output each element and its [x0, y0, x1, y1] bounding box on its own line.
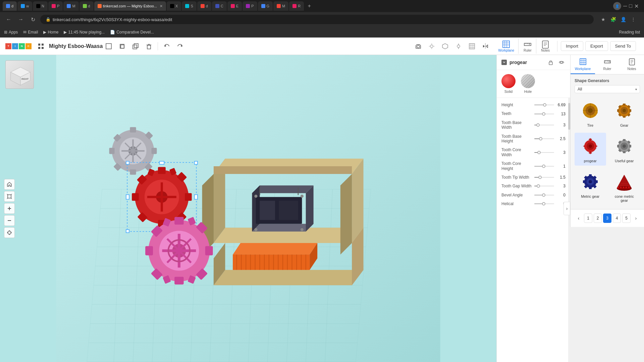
- fit-view-button[interactable]: [4, 191, 15, 202]
- bookmark-apps[interactable]: ⊞ Apps: [4, 30, 18, 35]
- next-page-button[interactable]: ›: [632, 214, 640, 223]
- teeth-slider-thumb[interactable]: [542, 112, 545, 116]
- bookmark-playing[interactable]: ▶ 11:45 Now playing...: [64, 30, 105, 35]
- align-button[interactable]: [452, 40, 465, 52]
- page-3-button[interactable]: 3: [603, 214, 611, 223]
- close-button[interactable]: ✕: [634, 3, 639, 9]
- tab-1[interactable]: d: [3, 1, 17, 11]
- helical-slider[interactable]: [534, 203, 554, 204]
- visibility-icon[interactable]: [557, 58, 566, 66]
- teeth-slider[interactable]: [534, 114, 554, 114]
- tooth-base-height-thumb[interactable]: [539, 137, 542, 140]
- bookmark-email[interactable]: ✉ Email: [23, 30, 38, 35]
- shape-item-useful-gear[interactable]: Useful gear: [609, 133, 640, 166]
- tooth-base-height-slider[interactable]: [534, 138, 554, 139]
- shape-generators-filter[interactable]: All ▾: [575, 85, 640, 93]
- height-slider-thumb[interactable]: [543, 103, 546, 107]
- shape-item-cone-metric-gear[interactable]: cone metric gear: [609, 168, 640, 205]
- shape-item-progear[interactable]: progear: [575, 133, 606, 166]
- redo-button[interactable]: [174, 40, 186, 52]
- workplane-tab[interactable]: Workplane: [571, 55, 595, 74]
- notes-tab[interactable]: Notes: [620, 55, 644, 74]
- tab-5[interactable]: M: [63, 1, 78, 11]
- navigation-cube[interactable]: RIGHT: [5, 60, 39, 94]
- delete-button[interactable]: [143, 40, 155, 52]
- bevel-angle-slider[interactable]: [534, 195, 554, 195]
- tooth-base-width-slider[interactable]: [534, 125, 554, 125]
- tab-13[interactable]: G: [258, 1, 273, 11]
- zoom-out-button[interactable]: [4, 215, 15, 226]
- profile-button[interactable]: 👤: [619, 15, 627, 23]
- mirror-button[interactable]: [479, 40, 491, 52]
- ruler-tab[interactable]: Ruler: [595, 55, 620, 74]
- duplicate-button[interactable]: [129, 40, 142, 52]
- back-button[interactable]: ←: [4, 15, 13, 24]
- new-shape-button[interactable]: [103, 40, 115, 52]
- page-1-button[interactable]: 1: [584, 214, 592, 223]
- forward-button[interactable]: →: [16, 15, 25, 24]
- tab-9[interactable]: d: [197, 1, 211, 11]
- zoom-in-button[interactable]: [4, 203, 15, 214]
- export-button[interactable]: Export: [585, 41, 608, 51]
- tooth-base-width-thumb[interactable]: [536, 123, 540, 127]
- tab-12[interactable]: P: [243, 1, 257, 11]
- maximize-button[interactable]: □: [629, 3, 632, 9]
- tab-15[interactable]: R: [289, 1, 304, 11]
- tab-4[interactable]: P: [48, 1, 63, 11]
- camera-button[interactable]: [412, 40, 424, 52]
- minimize-button[interactable]: ─: [623, 3, 627, 9]
- tinkercad-logo[interactable]: T I N C: [5, 43, 32, 49]
- helical-thumb[interactable]: [542, 202, 545, 205]
- tab-8[interactable]: S: [182, 1, 196, 11]
- tab-10[interactable]: C: [212, 1, 227, 11]
- notes-top-button[interactable]: Notes: [537, 39, 554, 54]
- undo-button[interactable]: [161, 40, 173, 52]
- workplane-top-button[interactable]: Workplane: [494, 39, 519, 54]
- solid-type-button[interactable]: Solid: [501, 74, 516, 94]
- canvas-area[interactable]: RIGHT: [0, 55, 496, 362]
- address-bar[interactable]: 🔒 tinkercad.com/things/6q2Vc50S3YX-might…: [40, 15, 594, 24]
- home-view-button[interactable]: [4, 179, 15, 190]
- settings-icon[interactable]: ⋮: [629, 15, 637, 23]
- tooth-gap-width-thumb[interactable]: [537, 184, 540, 188]
- bookmark-home[interactable]: ▶ Home: [43, 30, 58, 35]
- new-tab-button[interactable]: +: [305, 1, 314, 11]
- tooth-tip-width-thumb[interactable]: [538, 176, 542, 179]
- collapse-button[interactable]: [501, 60, 507, 65]
- tooth-core-height-slider[interactable]: [534, 166, 554, 167]
- profile-icon[interactable]: 👤: [613, 2, 621, 10]
- shape-item-tire[interactable]: Tire: [575, 97, 606, 130]
- ruler-top-button[interactable]: Ruler: [519, 39, 536, 54]
- bookmark-icon[interactable]: ★: [599, 15, 607, 23]
- light-button[interactable]: [426, 40, 438, 52]
- send-to-button[interactable]: Send To: [610, 41, 636, 51]
- collapse-right-panel-button[interactable]: ›: [564, 202, 570, 215]
- reading-list[interactable]: Reading list: [619, 30, 640, 35]
- page-5-button[interactable]: 5: [622, 214, 631, 223]
- import-button[interactable]: Import: [561, 41, 583, 51]
- tooth-core-height-thumb[interactable]: [542, 165, 545, 168]
- menu-icon[interactable]: [37, 42, 45, 50]
- transform-button[interactable]: [4, 227, 15, 238]
- lock-icon[interactable]: [547, 58, 555, 66]
- page-4-button[interactable]: 4: [613, 214, 621, 223]
- view-button[interactable]: [439, 40, 451, 52]
- hole-type-button[interactable]: Hole: [521, 74, 535, 94]
- tab-tinkercad[interactable]: tinkercad.com — Mighty Esboo... ✕: [94, 1, 166, 11]
- bookmark-comparative[interactable]: 📄 Comparative Devel...: [110, 30, 154, 35]
- tab-14[interactable]: M: [273, 1, 288, 11]
- tab-3[interactable]: N: [33, 1, 48, 11]
- tooth-core-width-thumb[interactable]: [537, 151, 541, 154]
- shape-item-gear[interactable]: Gear: [609, 97, 640, 130]
- grid-button[interactable]: [466, 40, 478, 52]
- tooth-tip-width-slider[interactable]: [534, 177, 554, 178]
- tooth-gap-width-slider[interactable]: [534, 186, 554, 186]
- height-slider[interactable]: [534, 105, 554, 105]
- refresh-button[interactable]: ↻: [28, 15, 38, 24]
- copy-button[interactable]: [116, 40, 128, 52]
- bevel-angle-thumb[interactable]: [542, 193, 545, 197]
- prev-page-button[interactable]: ‹: [575, 214, 583, 223]
- tooth-core-width-slider[interactable]: [534, 152, 554, 153]
- shape-item-metric-gear[interactable]: Metric gear: [575, 168, 606, 205]
- tab-7[interactable]: X: [167, 1, 181, 11]
